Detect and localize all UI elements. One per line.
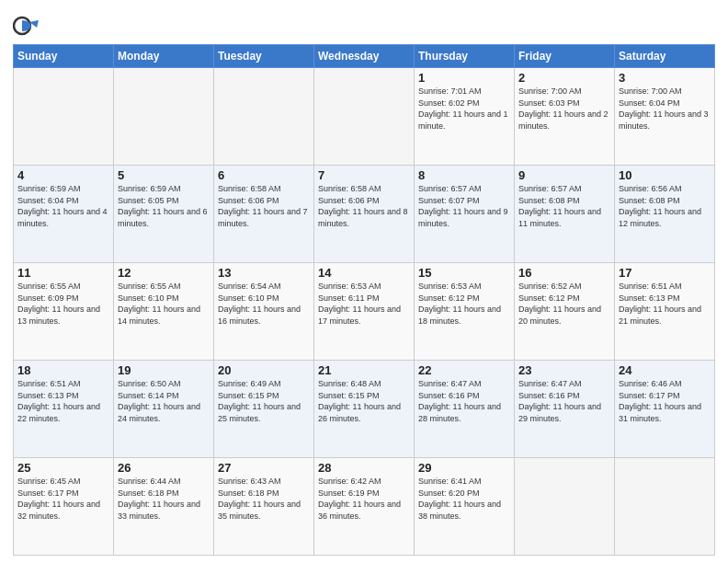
calendar-cell: 26Sunrise: 6:44 AM Sunset: 6:18 PM Dayli… [114,458,214,556]
calendar-cell: 8Sunrise: 6:57 AM Sunset: 6:07 PM Daylig… [415,166,515,263]
day-info: Sunrise: 6:59 AM Sunset: 6:05 PM Dayligh… [118,183,210,229]
calendar-cell [214,68,314,166]
calendar-cell: 4Sunrise: 6:59 AM Sunset: 6:04 PM Daylig… [14,166,114,263]
day-info: Sunrise: 6:42 AM Sunset: 6:19 PM Dayligh… [318,476,410,522]
header-day-monday: Monday [114,45,214,68]
day-info: Sunrise: 6:58 AM Sunset: 6:06 PM Dayligh… [318,183,410,229]
calendar-cell: 13Sunrise: 6:54 AM Sunset: 6:10 PM Dayli… [214,263,314,361]
day-number: 17 [619,266,711,280]
calendar-cell: 16Sunrise: 6:52 AM Sunset: 6:12 PM Dayli… [515,263,615,361]
day-info: Sunrise: 6:46 AM Sunset: 6:17 PM Dayligh… [619,378,711,424]
day-info: Sunrise: 6:51 AM Sunset: 6:13 PM Dayligh… [17,378,109,424]
day-info: Sunrise: 6:50 AM Sunset: 6:14 PM Dayligh… [118,378,210,424]
calendar-cell: 7Sunrise: 6:58 AM Sunset: 6:06 PM Daylig… [314,166,415,263]
day-number: 10 [619,168,711,182]
header-day-thursday: Thursday [415,45,515,68]
day-info: Sunrise: 7:00 AM Sunset: 6:03 PM Dayligh… [518,86,610,132]
day-info: Sunrise: 6:56 AM Sunset: 6:08 PM Dayligh… [619,183,711,229]
day-number: 26 [118,461,210,475]
calendar-cell: 6Sunrise: 6:58 AM Sunset: 6:06 PM Daylig… [214,166,314,263]
calendar-cell: 10Sunrise: 6:56 AM Sunset: 6:08 PM Dayli… [615,166,715,263]
page: SundayMondayTuesdayWednesdayThursdayFrid… [0,0,728,563]
day-number: 22 [418,363,510,377]
calendar: SundayMondayTuesdayWednesdayThursdayFrid… [13,44,715,556]
calendar-cell: 22Sunrise: 6:47 AM Sunset: 6:16 PM Dayli… [415,361,515,458]
day-info: Sunrise: 6:55 AM Sunset: 6:10 PM Dayligh… [118,281,210,327]
day-number: 1 [418,71,510,85]
calendar-cell: 19Sunrise: 6:50 AM Sunset: 6:14 PM Dayli… [114,361,214,458]
day-number: 23 [518,363,610,377]
calendar-cell: 21Sunrise: 6:48 AM Sunset: 6:15 PM Dayli… [314,361,415,458]
calendar-cell: 24Sunrise: 6:46 AM Sunset: 6:17 PM Dayli… [615,361,715,458]
day-info: Sunrise: 7:00 AM Sunset: 6:04 PM Dayligh… [619,86,711,132]
day-number: 4 [17,168,109,182]
header-day-wednesday: Wednesday [314,45,415,68]
day-info: Sunrise: 6:57 AM Sunset: 6:08 PM Dayligh… [518,183,610,229]
day-number: 6 [218,168,310,182]
day-info: Sunrise: 6:52 AM Sunset: 6:12 PM Dayligh… [518,281,610,327]
calendar-cell: 14Sunrise: 6:53 AM Sunset: 6:11 PM Dayli… [314,263,415,361]
calendar-cell: 17Sunrise: 6:51 AM Sunset: 6:13 PM Dayli… [615,263,715,361]
day-info: Sunrise: 7:01 AM Sunset: 6:02 PM Dayligh… [418,86,510,132]
day-number: 18 [17,363,109,377]
header-day-saturday: Saturday [615,45,715,68]
header-day-sunday: Sunday [14,45,114,68]
logo-icon [13,13,39,39]
calendar-cell: 27Sunrise: 6:43 AM Sunset: 6:18 PM Dayli… [214,458,314,556]
day-info: Sunrise: 6:41 AM Sunset: 6:20 PM Dayligh… [418,476,510,522]
calendar-cell: 11Sunrise: 6:55 AM Sunset: 6:09 PM Dayli… [14,263,114,361]
header [13,9,715,39]
day-number: 12 [118,266,210,280]
day-number: 19 [118,363,210,377]
day-number: 13 [218,266,310,280]
day-info: Sunrise: 6:47 AM Sunset: 6:16 PM Dayligh… [518,378,610,424]
week-row-2: 11Sunrise: 6:55 AM Sunset: 6:09 PM Dayli… [14,263,715,361]
calendar-cell: 1Sunrise: 7:01 AM Sunset: 6:02 PM Daylig… [415,68,515,166]
day-number: 5 [118,168,210,182]
day-number: 20 [218,363,310,377]
header-day-tuesday: Tuesday [214,45,314,68]
day-info: Sunrise: 6:55 AM Sunset: 6:09 PM Dayligh… [17,281,109,327]
day-number: 2 [518,71,610,85]
calendar-cell: 15Sunrise: 6:53 AM Sunset: 6:12 PM Dayli… [415,263,515,361]
calendar-cell: 12Sunrise: 6:55 AM Sunset: 6:10 PM Dayli… [114,263,214,361]
day-number: 28 [318,461,410,475]
day-number: 14 [318,266,410,280]
day-number: 9 [518,168,610,182]
day-info: Sunrise: 6:59 AM Sunset: 6:04 PM Dayligh… [17,183,109,229]
week-row-3: 18Sunrise: 6:51 AM Sunset: 6:13 PM Dayli… [14,361,715,458]
day-info: Sunrise: 6:44 AM Sunset: 6:18 PM Dayligh… [118,476,210,522]
calendar-cell: 28Sunrise: 6:42 AM Sunset: 6:19 PM Dayli… [314,458,415,556]
day-info: Sunrise: 6:47 AM Sunset: 6:16 PM Dayligh… [418,378,510,424]
day-number: 11 [17,266,109,280]
day-number: 16 [518,266,610,280]
day-number: 3 [619,71,711,85]
day-info: Sunrise: 6:48 AM Sunset: 6:15 PM Dayligh… [318,378,410,424]
calendar-cell: 3Sunrise: 7:00 AM Sunset: 6:04 PM Daylig… [615,68,715,166]
week-row-4: 25Sunrise: 6:45 AM Sunset: 6:17 PM Dayli… [14,458,715,556]
day-number: 25 [17,461,109,475]
day-info: Sunrise: 6:54 AM Sunset: 6:10 PM Dayligh… [218,281,310,327]
calendar-cell [14,68,114,166]
day-info: Sunrise: 6:58 AM Sunset: 6:06 PM Dayligh… [218,183,310,229]
calendar-cell: 18Sunrise: 6:51 AM Sunset: 6:13 PM Dayli… [14,361,114,458]
calendar-body: 1Sunrise: 7:01 AM Sunset: 6:02 PM Daylig… [14,68,715,556]
calendar-cell: 9Sunrise: 6:57 AM Sunset: 6:08 PM Daylig… [515,166,615,263]
day-info: Sunrise: 6:53 AM Sunset: 6:12 PM Dayligh… [418,281,510,327]
day-number: 8 [418,168,510,182]
header-day-friday: Friday [515,45,615,68]
calendar-cell: 20Sunrise: 6:49 AM Sunset: 6:15 PM Dayli… [214,361,314,458]
day-number: 29 [418,461,510,475]
day-info: Sunrise: 6:53 AM Sunset: 6:11 PM Dayligh… [318,281,410,327]
calendar-cell [114,68,214,166]
week-row-1: 4Sunrise: 6:59 AM Sunset: 6:04 PM Daylig… [14,166,715,263]
calendar-cell: 25Sunrise: 6:45 AM Sunset: 6:17 PM Dayli… [14,458,114,556]
day-number: 7 [318,168,410,182]
calendar-cell: 23Sunrise: 6:47 AM Sunset: 6:16 PM Dayli… [515,361,615,458]
day-number: 24 [619,363,711,377]
calendar-cell: 5Sunrise: 6:59 AM Sunset: 6:05 PM Daylig… [114,166,214,263]
day-info: Sunrise: 6:57 AM Sunset: 6:07 PM Dayligh… [418,183,510,229]
day-info: Sunrise: 6:45 AM Sunset: 6:17 PM Dayligh… [17,476,109,522]
header-row: SundayMondayTuesdayWednesdayThursdayFrid… [14,45,715,68]
week-row-0: 1Sunrise: 7:01 AM Sunset: 6:02 PM Daylig… [14,68,715,166]
